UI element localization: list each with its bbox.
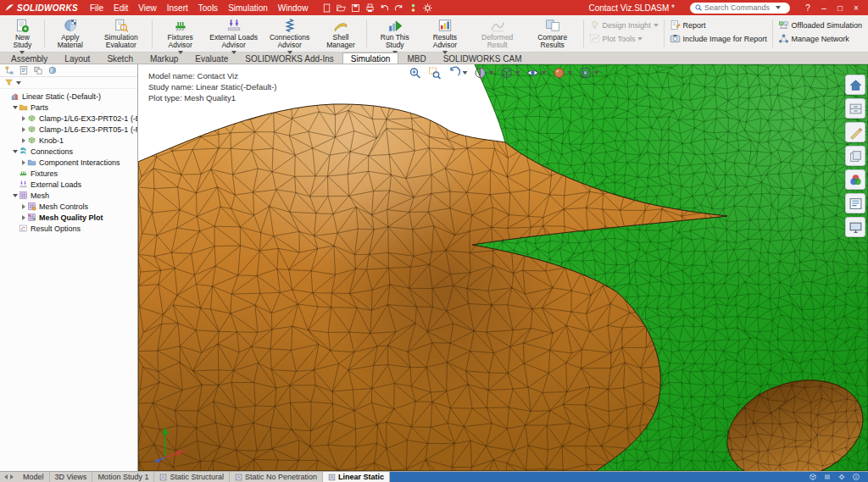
hide-show-button[interactable]: [526, 66, 546, 80]
filter-dropdown-icon[interactable]: [16, 81, 21, 85]
monitor-button[interactable]: [845, 217, 865, 237]
tree-item-linear-static-default[interactable]: Linear Static (-Default-): [0, 91, 137, 102]
maximize-button[interactable]: □: [832, 2, 848, 14]
status-layers-icon[interactable]: [823, 473, 832, 481]
tab-mbd[interactable]: MBD: [398, 53, 434, 64]
tree-item-parts[interactable]: Parts: [0, 102, 137, 113]
expand-right-icon[interactable]: [19, 204, 27, 209]
tab-sketch[interactable]: Sketch: [98, 53, 142, 64]
drawer-button[interactable]: [845, 98, 865, 119]
tree-item-knob-1[interactable]: Knob-1: [0, 135, 137, 146]
dropdown-icon[interactable]: [541, 71, 546, 75]
search-input[interactable]: [704, 3, 774, 12]
zoom-area-button[interactable]: [427, 66, 441, 80]
menu-tools[interactable]: Tools: [193, 3, 223, 14]
close-button[interactable]: ×: [849, 2, 864, 14]
rebuild-icon[interactable]: [408, 3, 419, 14]
expand-right-icon[interactable]: [19, 116, 27, 121]
apply-material-button[interactable]: Apply Material: [47, 16, 93, 51]
tab-solidworks-cam[interactable]: SOLIDWORKS CAM: [435, 53, 531, 64]
configuration-manager-icon[interactable]: [33, 65, 43, 75]
tab-assembly[interactable]: Assembly: [3, 53, 56, 64]
connections-advisor-button[interactable]: Connections Advisor: [262, 16, 318, 51]
tab-evaluate[interactable]: Evaluate: [186, 53, 236, 64]
tree-item-clamp-1-l6-ex3-prt02-1-brass[interactable]: Clamp-1/L6-EX3-PRT02-1 (-Brass-): [0, 113, 137, 124]
minimize-button[interactable]: –: [816, 2, 832, 14]
search-dropdown-icon[interactable]: [776, 6, 781, 9]
zoom-fit-button[interactable]: [408, 66, 421, 80]
tree-item-mesh[interactable]: Mesh: [0, 190, 137, 201]
search-box[interactable]: [690, 3, 790, 14]
list-panel-button[interactable]: [845, 193, 865, 213]
tree-item-connections[interactable]: Connections: [0, 146, 137, 157]
tree-item-mesh-quality-plot[interactable]: Mesh Quality Plot: [0, 212, 137, 223]
expand-right-icon[interactable]: [19, 160, 27, 165]
dropdown-icon[interactable]: [567, 71, 572, 75]
shell-manager-button[interactable]: Shell Manager: [318, 16, 364, 51]
expand-down-icon[interactable]: [11, 106, 19, 109]
save-icon[interactable]: [350, 3, 361, 14]
simulation-evaluator-button[interactable]: Simulation Evaluator: [93, 16, 149, 51]
home-button[interactable]: [845, 75, 865, 95]
expand-down-icon[interactable]: [11, 150, 19, 153]
graphics-area[interactable]: Model name: Contact Viz Study name: Line…: [138, 64, 868, 471]
filter-funnel-icon[interactable]: [4, 78, 14, 87]
appearances-button[interactable]: [552, 66, 572, 80]
tab-solidworks-add-ins[interactable]: SOLIDWORKS Add-Ins: [236, 53, 342, 64]
report-button[interactable]: Report: [670, 19, 767, 30]
menu-file[interactable]: File: [85, 3, 108, 14]
run-this-study-button[interactable]: Run This Study: [370, 16, 420, 51]
status-cube-icon[interactable]: [809, 473, 817, 481]
display-style-button[interactable]: [499, 66, 520, 80]
expand-right-icon[interactable]: [19, 215, 27, 220]
color-wheel-button[interactable]: [845, 169, 865, 190]
bottomtab-static-structural[interactable]: Static Structural: [154, 472, 230, 482]
tree-item-clamp-1-l6-ex3-prt05-1-rubber[interactable]: Clamp-1/L6-EX3-PRT05-1 (-Rubber-): [0, 124, 137, 135]
dropdown-icon[interactable]: [637, 37, 643, 41]
expand-right-icon[interactable]: [19, 127, 27, 132]
open-icon[interactable]: [336, 3, 347, 14]
display-manager-icon[interactable]: [47, 65, 58, 75]
scroll-tabs-right-icon[interactable]: [10, 474, 14, 479]
new-study-button[interactable]: New Study: [3, 16, 42, 51]
fixtures-advisor-button[interactable]: Fixtures Advisor: [155, 16, 206, 51]
manage-network-button[interactable]: Manage Network: [778, 33, 862, 44]
tab-layout[interactable]: Layout: [56, 53, 98, 64]
menu-simulation[interactable]: Simulation: [223, 3, 273, 14]
compare-results-button[interactable]: Compare Results: [525, 16, 581, 51]
new-doc-icon[interactable]: [321, 3, 332, 14]
external-loads-advisor-button[interactable]: External Loads Advisor: [206, 16, 262, 51]
bottomtab-linear-static[interactable]: Linear Static: [323, 472, 390, 482]
dropdown-icon[interactable]: [462, 71, 467, 75]
tree-item-external-loads[interactable]: External Loads: [0, 179, 137, 190]
bottomtab-static-no-penetration[interactable]: Static No Penetration: [230, 472, 323, 482]
section-view-button[interactable]: [473, 66, 493, 80]
results-advisor-button[interactable]: Results Advisor: [420, 16, 470, 51]
model-mesh-view[interactable]: [138, 64, 868, 471]
sheets-button[interactable]: [845, 146, 865, 166]
tree-item-component-interactions[interactable]: Component Interactions: [0, 157, 137, 168]
bottomtab-motion-study-1[interactable]: Motion Study 1: [92, 472, 154, 482]
redo-icon[interactable]: [393, 3, 404, 14]
bottomtab-3d-views[interactable]: 3D Views: [50, 472, 93, 482]
tree-item-fixtures[interactable]: Fixtures: [0, 168, 137, 179]
offloaded-simulation-button[interactable]: Offloaded Simulation: [778, 19, 862, 30]
view-settings-button[interactable]: [578, 66, 598, 80]
tab-markup[interactable]: Markup: [142, 53, 186, 64]
feature-manager-icon[interactable]: [4, 65, 14, 75]
undo-icon[interactable]: [379, 3, 390, 14]
expand-right-icon[interactable]: [19, 138, 27, 143]
draft-button[interactable]: [845, 122, 865, 142]
menu-insert[interactable]: Insert: [162, 3, 193, 14]
options-icon[interactable]: [422, 3, 433, 14]
tree-item-result-options[interactable]: Result Options: [0, 223, 137, 234]
tree-item-mesh-controls[interactable]: Mesh Controls: [0, 201, 137, 212]
menu-window[interactable]: Window: [273, 3, 314, 14]
status-gear-icon[interactable]: [837, 473, 846, 481]
menu-view[interactable]: View: [133, 3, 162, 14]
tab-simulation[interactable]: Simulation: [342, 53, 399, 64]
design-insight-button[interactable]: Design Insight: [589, 19, 659, 30]
scroll-tabs-left-icon[interactable]: [4, 474, 8, 479]
status-info-icon[interactable]: [852, 473, 860, 481]
dropdown-icon[interactable]: [515, 71, 520, 75]
